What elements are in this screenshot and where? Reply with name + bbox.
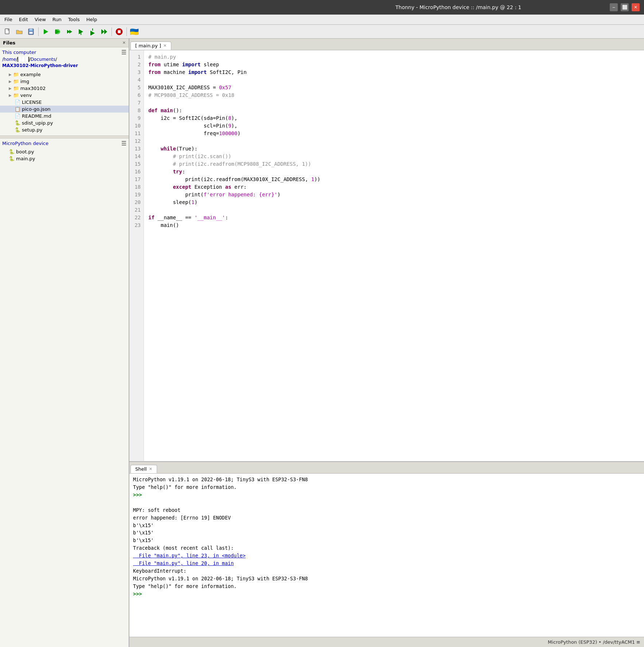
svg-marker-15 [104,29,107,34]
file-label-license: LICENSE [22,99,42,105]
this-computer-link[interactable]: This computer [2,50,36,55]
file-icon-license: 📄 [15,99,20,105]
folder-icon-example: 📁 [13,72,19,77]
tab-shell[interactable]: Shell ✕ [130,465,157,473]
file-sdist-upip[interactable]: 🐍 sdist_upip.py [0,119,129,126]
file-icon-sdist-upip: 🐍 [15,120,20,126]
folder-expand-max30102: ▶ [9,86,12,90]
shell-line-6: error happened: [Errno 19] ENODEV [133,514,640,522]
menu-run[interactable]: Run [50,16,65,23]
svg-rect-2 [30,29,32,31]
folder-icon-venv: 📁 [13,93,19,98]
tab-main-py-close[interactable]: ✕ [163,43,167,48]
ukraine-flag-icon: 🇺🇦 [130,27,139,36]
run-button[interactable] [40,26,51,37]
breadcrumb-home[interactable]: /home [2,57,16,62]
file-icon-boot-py: 🐍 [9,149,15,154]
shell-line-12[interactable]: File "main.py", line 20, in main [133,560,640,567]
micropython-device-tree: 🐍 boot.py 🐍 main.py [0,148,129,163]
this-computer-section-header: This computer ☰ [0,47,129,56]
file-license[interactable]: 📄 LICENSE [0,99,129,106]
right-panel: [ main.py ] ✕ 12345 678910 1112131415 16… [129,39,644,647]
breadcrumb-docs[interactable]: Documents [31,57,55,62]
file-readme[interactable]: 📄 README.md [0,113,129,119]
new-button[interactable] [2,26,13,37]
step-over-button[interactable] [64,26,75,37]
file-icon-main-py: 🐍 [9,156,15,161]
save-icon [27,28,35,35]
code-container[interactable]: 12345 678910 1112131415 1617181920 21222… [129,50,644,461]
shell-line-7: b'\x15' [133,522,640,529]
micropython-device-menu-btn[interactable]: ☰ [121,140,126,147]
menu-view[interactable]: View [32,16,49,23]
file-setup-py[interactable]: 🐍 setup.py [0,126,129,133]
this-computer-menu-btn[interactable]: ☰ [121,49,126,56]
panel-title: Files [3,40,15,46]
files-section: This computer ☰ /home/███/Documents/ MAX… [0,47,129,647]
breadcrumb: /home/███/Documents/ MAX30102-MicroPytho… [0,56,129,70]
folder-expand-venv: ▶ [9,93,12,97]
this-computer-tree: ▶ 📁 example ▶ 📁 img ▶ 📁 max30102 ▶ 📁 [0,70,129,134]
resume-button[interactable] [99,26,110,37]
menu-file[interactable]: File [1,16,15,23]
menu-edit[interactable]: Edit [16,16,31,23]
file-label-sdist-upip: sdist_upip.py [22,120,53,126]
file-icon-pico-go-json: 📋 [15,106,20,112]
folder-max30102[interactable]: ▶ 📁 max30102 [0,85,129,92]
main-area: Files ✕ This computer ☰ /home/███/Docume… [0,39,644,647]
traceback-link-1[interactable]: File "main.py", line 23, in <module> [133,553,246,558]
files-panel-close[interactable]: ✕ [122,40,126,45]
svg-rect-17 [118,30,121,33]
shell-line-2: Type "help()" for more information. [133,483,640,491]
panel-header: Files ✕ [0,39,129,47]
traceback-link-2[interactable]: File "main.py", line 20, in main [133,560,234,566]
file-icon-setup-py: 🐍 [15,127,20,133]
close-button[interactable]: ✕ [632,3,640,11]
micropython-device-link[interactable]: MicroPython device [2,141,48,146]
folder-expand-img: ▶ [9,79,12,83]
file-main-py[interactable]: 🐍 main.py [0,155,129,162]
status-bar: MicroPython (ESP32) • /dev/ttyACM1 ≡ [129,637,644,647]
menu-help[interactable]: Help [83,16,100,23]
shell-line-11[interactable]: File "main.py", line 23, in <module> [133,552,640,560]
minimize-button[interactable]: – [610,3,618,11]
folder-label-max30102: max30102 [20,86,46,91]
file-label-setup-py: setup.py [22,127,42,133]
file-pico-go-json[interactable]: 📋 pico-go.json [0,106,129,113]
maximize-button[interactable]: ⬜ [621,3,629,11]
folder-venv[interactable]: ▶ 📁 venv [0,92,129,99]
shell-line-13: KeyboardInterrupt: [133,567,640,575]
debug-icon [54,28,61,35]
menu-tools[interactable]: Tools [65,16,83,23]
code-editor[interactable]: # main.py from utime import sleep from m… [144,50,644,461]
step-into-button[interactable] [75,26,86,37]
line-numbers: 12345 678910 1112131415 1617181920 21222… [129,50,144,461]
file-boot-py[interactable]: 🐍 boot.py [0,148,129,155]
shell-line-3: >>> [133,491,640,499]
open-button[interactable] [14,26,25,37]
svg-marker-4 [44,29,48,34]
tab-shell-close[interactable]: ✕ [149,467,152,471]
svg-marker-12 [90,31,95,35]
ukraine-flag-button[interactable]: 🇺🇦 [129,26,140,37]
shell-line-9: b'\x15' [133,537,640,544]
toolbar-sep1 [38,27,39,36]
folder-example[interactable]: ▶ 📁 example [0,71,129,78]
debug-button[interactable] [52,26,63,37]
run-icon [42,28,50,35]
breadcrumb-user[interactable]: ███ [17,57,29,62]
shell-line-5: MPY: soft reboot [133,506,640,514]
folder-label-img: img [20,79,30,84]
shell-prompt-1: >>> [133,492,142,498]
folder-label-example: example [20,72,41,77]
tab-main-py[interactable]: [ main.py ] ✕ [130,42,171,50]
step-over-icon [66,28,73,35]
step-out-button[interactable] [87,26,98,37]
shell-line-8: b'\x15' [133,529,640,537]
stop-button[interactable] [114,26,125,37]
toolbar-sep2 [112,27,112,36]
save-button[interactable] [26,26,36,37]
shell-content[interactable]: MicroPython v1.19.1 on 2022-06-18; TinyS… [129,474,644,637]
open-icon [16,28,23,35]
folder-img[interactable]: ▶ 📁 img [0,78,129,85]
